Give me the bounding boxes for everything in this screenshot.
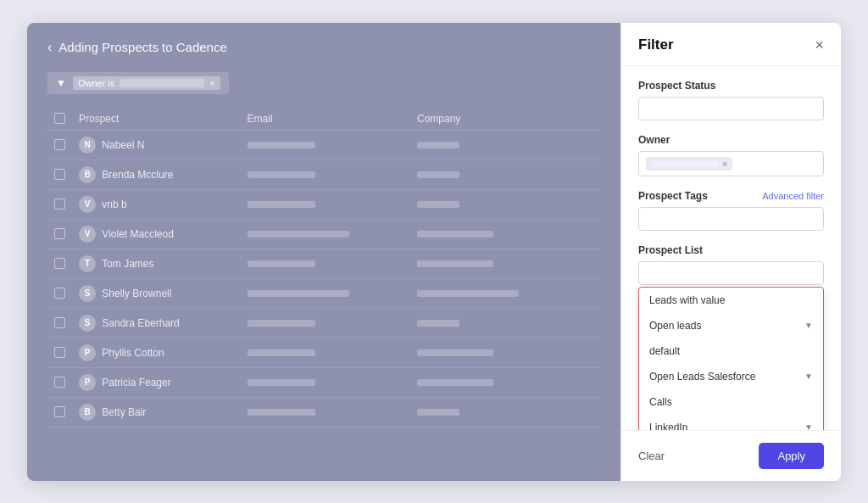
prospect-name: Betty Bair xyxy=(102,405,146,417)
clear-button[interactable]: Clear xyxy=(638,450,665,462)
owner-tag-remove-icon[interactable]: × xyxy=(722,159,727,169)
dropdown-item-label: Open leads xyxy=(649,320,701,332)
company-value xyxy=(417,142,459,148)
prospect-list-dropdown: Leads with value Open leads ▼ default Op… xyxy=(638,287,824,430)
prospect-name: Brenda Mcclure xyxy=(102,168,173,180)
email-value xyxy=(248,349,315,356)
avatar: V xyxy=(79,196,96,213)
row-checkbox[interactable] xyxy=(54,377,65,388)
email-value xyxy=(248,142,315,148)
dropdown-item-label: Open Leads Salesforce xyxy=(649,371,755,383)
prospect-name-cell: S Shelly Brownell xyxy=(72,278,241,308)
owner-input-wrap[interactable]: × xyxy=(638,151,824,176)
row-checkbox[interactable] xyxy=(54,198,65,210)
prospect-name-cell: V Violet Maccleod xyxy=(72,219,241,249)
company-cell xyxy=(410,189,580,219)
dropdown-item-label: Leads with value xyxy=(649,294,725,306)
close-button[interactable]: × xyxy=(815,37,824,53)
prospect-tags-input[interactable] xyxy=(638,207,824,231)
company-cell xyxy=(410,278,580,308)
email-value xyxy=(248,260,315,267)
company-value xyxy=(417,231,493,238)
company-cell xyxy=(410,308,580,338)
filter-footer: Clear Apply xyxy=(621,430,841,481)
email-cell xyxy=(241,338,410,367)
company-value xyxy=(417,260,493,267)
advanced-filter-link[interactable]: Advanced filter xyxy=(762,191,824,201)
email-cell xyxy=(241,278,410,308)
email-value xyxy=(248,171,315,178)
row-checkbox[interactable] xyxy=(54,317,65,328)
company-value xyxy=(417,409,459,416)
filter-panel-header: Filter × xyxy=(621,23,841,66)
filter-tag-close-icon[interactable]: × xyxy=(209,78,214,88)
prospect-name: Shelly Brownell xyxy=(102,287,171,299)
prospect-name: Phyllis Cotton xyxy=(102,346,164,358)
email-value xyxy=(248,290,349,297)
row-checkbox[interactable] xyxy=(54,288,65,299)
email-cell xyxy=(241,189,410,219)
company-value xyxy=(417,349,493,356)
avatar: S xyxy=(79,315,96,332)
company-value xyxy=(417,171,459,178)
dropdown-item[interactable]: Calls xyxy=(639,389,823,415)
filter-panel: Filter × Prospect Status Owner × xyxy=(620,23,841,481)
company-cell xyxy=(410,219,580,249)
apply-button[interactable]: Apply xyxy=(759,443,824,469)
row-checkbox[interactable] xyxy=(54,169,65,180)
owner-label: Owner xyxy=(638,134,824,146)
row-checkbox[interactable] xyxy=(54,228,65,239)
filter-panel-title: Filter xyxy=(638,36,674,53)
prospect-status-label: Prospect Status xyxy=(638,80,824,92)
main-header: ‹ Adding Prospects to Cadence xyxy=(47,40,600,55)
filter-icon: ▼ xyxy=(56,77,66,89)
prospect-name: Violet Maccleod xyxy=(102,227,174,239)
email-cell xyxy=(241,219,410,249)
avatar: B xyxy=(79,166,96,183)
email-cell xyxy=(241,130,410,159)
dropdown-item[interactable]: LinkedIn ▼ xyxy=(639,415,823,430)
prospect-name-cell: N Nabeel N xyxy=(72,130,241,159)
company-cell xyxy=(410,249,580,278)
email-cell xyxy=(241,367,410,397)
email-value xyxy=(248,409,315,416)
dropdown-item[interactable]: default xyxy=(639,338,823,364)
main-panel-content: ‹ Adding Prospects to Cadence ▼ Owner is… xyxy=(27,23,620,481)
prospect-list-input[interactable] xyxy=(638,261,824,285)
back-arrow-icon[interactable]: ‹ xyxy=(47,40,52,55)
company-cell xyxy=(410,159,580,189)
row-checkbox[interactable] xyxy=(54,139,65,150)
table-row: S Shelly Brownell xyxy=(47,278,600,308)
dropdown-item[interactable]: Open Leads Salesforce ▼ xyxy=(639,364,823,389)
prospect-name: Tom James xyxy=(102,257,153,269)
avatar: P xyxy=(79,344,96,361)
prospect-name-cell: B Betty Bair xyxy=(72,397,241,427)
page-title: Adding Prospects to Cadence xyxy=(58,40,226,54)
row-checkbox[interactable] xyxy=(54,406,65,417)
filter-body: Prospect Status Owner × P xyxy=(621,66,841,430)
prospect-name-cell: T Tom James xyxy=(72,249,241,278)
email-value xyxy=(248,320,315,327)
filter-row: ▼ Owner is × xyxy=(47,72,229,94)
prospect-tags-section: Prospect Tags Advanced filter xyxy=(638,190,824,231)
row-checkbox[interactable] xyxy=(54,347,65,358)
prospect-list-label: Prospect List xyxy=(638,244,824,256)
dropdown-item[interactable]: Open leads ▼ xyxy=(639,313,823,338)
company-value xyxy=(417,290,519,297)
prospect-status-input[interactable] xyxy=(638,97,824,120)
company-cell xyxy=(410,130,580,159)
row-checkbox[interactable] xyxy=(54,258,65,269)
prospect-name-cell: B Brenda Mcclure xyxy=(72,159,241,189)
owner-tag: × xyxy=(646,157,732,170)
avatar: T xyxy=(79,255,96,272)
main-wrapper: ‹ Adding Prospects to Cadence ▼ Owner is… xyxy=(27,23,841,481)
prospect-name: Sandra Eberhard xyxy=(102,316,179,328)
table-row: B Betty Bair xyxy=(47,397,600,427)
dropdown-item[interactable]: Leads with value xyxy=(639,288,823,313)
prospect-name-cell: S Sandra Eberhard xyxy=(72,308,241,338)
select-all-checkbox[interactable] xyxy=(54,113,65,124)
avatar: N xyxy=(79,137,96,154)
company-cell xyxy=(410,367,580,397)
col-email: Email xyxy=(241,108,410,131)
email-cell xyxy=(241,308,410,338)
